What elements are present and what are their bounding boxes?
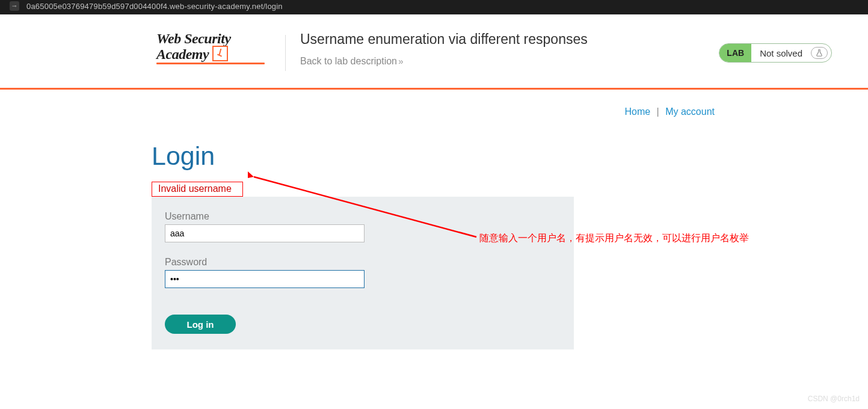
url-text[interactable]: 0a65005e03769479b59d597d004400f4.web-sec… — [26, 2, 283, 11]
password-label: Password — [165, 257, 561, 268]
lab-status-pill: LAB Not solved — [719, 43, 832, 63]
logo[interactable]: Web Security Academy — [156, 31, 271, 64]
logo-line2: Academy — [156, 46, 209, 62]
login-form: Username Password Log in — [152, 197, 574, 349]
main-content: Home | My account Login Invalid username… — [152, 90, 717, 349]
site-info-icon[interactable]: ⊸ — [10, 1, 19, 11]
login-button[interactable]: Log in — [165, 315, 236, 334]
address-bar: ⊸ 0a65005e03769479b59d597d004400f4.web-s… — [0, 0, 868, 14]
error-message: Invalid username — [158, 183, 232, 194]
annotation-text: 随意输入一个用户名，有提示用户名无效，可以进行用户名枚举 — [479, 232, 749, 245]
home-link[interactable]: Home — [624, 106, 650, 117]
username-input[interactable] — [165, 224, 365, 242]
logo-underline — [156, 63, 265, 64]
my-account-link[interactable]: My account — [665, 106, 715, 117]
top-nav: Home | My account — [152, 106, 717, 117]
lab-status-text: Not solved — [751, 48, 811, 58]
lab-header: Web Security Academy Username enumeratio… — [0, 14, 868, 82]
error-highlight-box: Invalid username — [152, 182, 243, 197]
password-input[interactable] — [165, 270, 365, 288]
flask-icon — [811, 47, 828, 59]
username-label: Username — [165, 211, 561, 222]
logo-bolt-icon — [212, 46, 228, 61]
header-divider — [285, 35, 286, 71]
logo-line1: Web Security — [156, 31, 271, 46]
page-title: Login — [152, 141, 717, 171]
nav-separator: | — [657, 106, 659, 117]
lab-tag: LAB — [719, 44, 751, 62]
